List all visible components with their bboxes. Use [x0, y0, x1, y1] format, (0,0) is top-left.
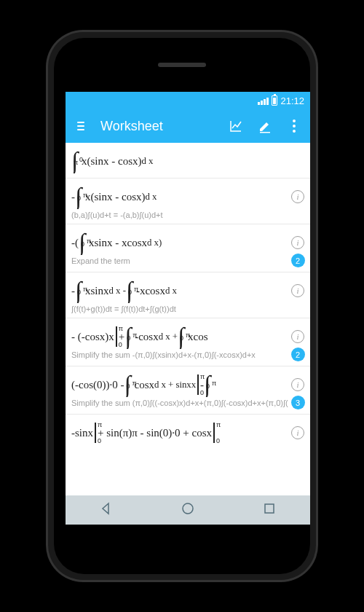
back-button[interactable]: [98, 501, 114, 519]
signal-icon: [258, 96, 269, 105]
math-expression: - (-cosx)x π0 + ∫π0 -cosxd x + ∫π0 xcos: [71, 324, 288, 349]
step-count-badge[interactable]: 3: [291, 396, 305, 409]
math-expression: (-cos(0))·0 - ∫π0 cosxd x + sinxx π0 - ∫…: [71, 372, 288, 397]
math-expression: - ∫π0 xsinxd x - ∫π0 -xcosxd x: [71, 278, 288, 303]
recents-button[interactable]: [261, 501, 277, 519]
step-hint: Expand the term: [71, 256, 288, 265]
step-row[interactable]: - ∫π0 xsinxd x - ∫π0 -xcosxd x ∫(f(t)+g(…: [66, 272, 310, 318]
info-icon[interactable]: i: [291, 236, 304, 249]
graph-icon[interactable]: [229, 119, 243, 133]
home-button[interactable]: [180, 501, 196, 519]
math-expression: ∫0π x(sinx - cosx)d x: [71, 149, 288, 173]
info-icon[interactable]: i: [291, 190, 304, 203]
battery-icon: [272, 95, 277, 106]
step-row[interactable]: - ∫π0 x(sinx - cosx)d x (b,a)∫(u)d+t = -…: [66, 178, 310, 224]
info-icon[interactable]: i: [291, 284, 304, 297]
math-expression: -( ∫π0 xsinx - xcosxd x): [71, 230, 288, 255]
svg-point-1: [183, 503, 193, 514]
info-icon[interactable]: i: [291, 378, 304, 391]
info-icon[interactable]: i: [291, 426, 304, 439]
worksheet-content[interactable]: ∫0π x(sinx - cosx)d x - ∫π0 x(sinx - cos…: [66, 143, 310, 495]
svg-rect-0: [260, 132, 270, 133]
status-time: 21:12: [280, 95, 304, 106]
page-title: Worksheet: [100, 119, 229, 134]
step-row[interactable]: (-cos(0))·0 - ∫π0 cosxd x + sinxx π0 - ∫…: [66, 366, 310, 415]
step-row[interactable]: -( ∫π0 xsinx - xcosxd x) Expand the term…: [66, 224, 310, 272]
overflow-icon[interactable]: [287, 119, 301, 133]
step-row[interactable]: - (-cosx)x π0 + ∫π0 -cosxd x + ∫π0 xcos …: [66, 318, 310, 366]
step-hint: ∫(f(t)+g(t))dt = ∫(f(t))dt+∫(g(t))dt: [71, 305, 288, 313]
svg-rect-2: [265, 504, 274, 513]
app-bar: Worksheet: [66, 109, 310, 143]
step-row[interactable]: ∫0π x(sinx - cosx)d x: [66, 143, 310, 178]
menu-icon[interactable]: [74, 116, 87, 136]
android-status-bar: 21:12: [66, 92, 310, 109]
math-expression: -sinx π0 + sin(π)π - sin(0)·0 + cosx π0: [71, 420, 288, 445]
step-row[interactable]: -sinx π0 + sin(π)π - sin(0)·0 + cosx π0 …: [66, 415, 310, 450]
step-hint: Simplify the sum (π,0)∫((-cosx)x)d+x+(π,…: [71, 399, 288, 407]
step-count-badge[interactable]: 2: [291, 348, 305, 361]
edit-icon[interactable]: [258, 119, 272, 133]
info-icon[interactable]: i: [291, 330, 304, 343]
step-hint: Simplify the sum -(π,0)∫(xsinx)d+x-(π,0)…: [71, 350, 288, 359]
step-hint: (b,a)∫(u)d+t = -(a,b)∫(u)d+t: [71, 211, 288, 219]
math-expression: - ∫π0 x(sinx - cosx)d x: [71, 184, 288, 209]
step-count-badge[interactable]: 2: [291, 254, 305, 267]
android-nav-bar: [66, 495, 310, 525]
